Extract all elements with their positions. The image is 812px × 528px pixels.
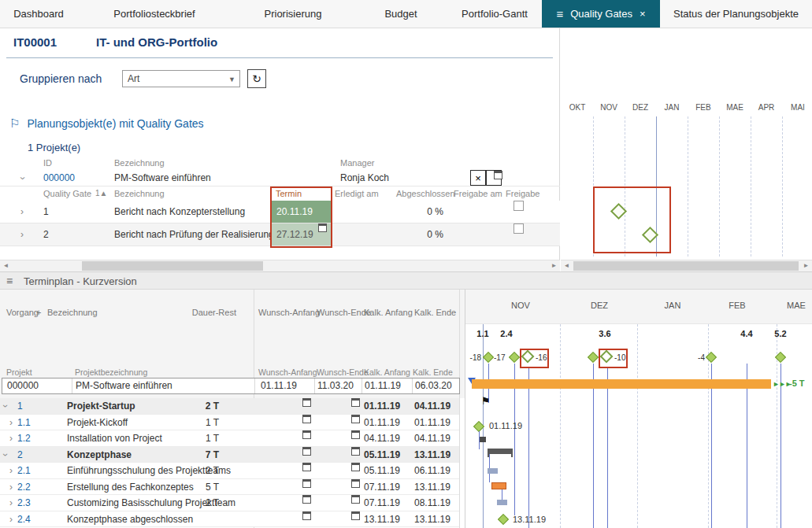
wunsch-ende-value[interactable]: 11.03.20 [317, 378, 354, 393]
tab-budget[interactable]: Budget [354, 0, 447, 28]
calendar-icon[interactable] [318, 223, 327, 232]
milestone-diamond[interactable] [509, 352, 520, 363]
calendar-icon[interactable] [302, 430, 311, 439]
scroll-left-icon[interactable]: ◄ [0, 260, 12, 271]
tab-portfoliosteckbrief[interactable]: Portfoliosteckbrief [77, 0, 232, 28]
project-summary-row[interactable]: 000000 PM-Software einführen 01.11.19 11… [2, 378, 460, 394]
scroll-left-icon[interactable]: ◄ [561, 260, 573, 271]
tab-portfolio-gantt[interactable]: Portfolio-Gantt [447, 0, 542, 28]
menu-icon[interactable]: ≡ [6, 275, 13, 287]
calendar-icon[interactable] [351, 430, 360, 439]
task-row[interactable]: › 2.1 Einführungsschulung des Projekttea… [0, 463, 459, 479]
col-quality-gate[interactable]: Quality Gate [43, 186, 91, 201]
calendar-icon[interactable] [302, 415, 311, 423]
calendar-icon[interactable] [351, 398, 360, 407]
task-bar[interactable] [480, 437, 486, 442]
tab-priorisierung[interactable]: Priorisierung [232, 0, 354, 28]
milestone-diamond[interactable] [588, 352, 599, 363]
col-termin[interactable]: Termin [276, 186, 302, 201]
col-bezeichnung[interactable]: Bezeichnung [47, 308, 98, 317]
scrollbar-thumb[interactable] [573, 261, 799, 271]
task-row[interactable]: › 2.3 Customizing Basisschulung Projektt… [0, 495, 459, 511]
task-row[interactable]: › 1 Projekt-Startup 2 T 01.11.19 04.11.1… [0, 398, 459, 415]
quality-gate-diamond[interactable] [521, 350, 535, 364]
phase-flag-icon[interactable]: ⚑ [481, 395, 491, 407]
chevron-expand-icon[interactable]: › [4, 398, 7, 414]
horizontal-scrollbar[interactable]: ◄ ► [0, 260, 560, 271]
milestone-diamond[interactable] [483, 352, 494, 363]
chevron-expand-icon[interactable]: › [20, 201, 24, 223]
task-row[interactable]: › 2.4 Konzeptphase abgeschlossen 13.11.1… [0, 511, 459, 528]
calendar-icon[interactable] [302, 398, 311, 407]
summary-bar[interactable] [488, 449, 513, 454]
calendar-icon[interactable] [351, 479, 360, 488]
calendar-icon[interactable] [302, 495, 311, 504]
calendar-icon[interactable] [351, 463, 360, 471]
refresh-button[interactable]: ↻ [247, 69, 266, 88]
gate-termin-cell[interactable]: 27.12.19 [272, 223, 331, 246]
task-id[interactable]: 1.1 [17, 415, 31, 430]
freigabe-checkbox[interactable] [514, 223, 524, 234]
col-vorgang[interactable]: Vorgang [6, 308, 39, 317]
calendar-icon[interactable] [302, 447, 311, 456]
chevron-expand-icon[interactable]: › [4, 447, 7, 463]
task-row[interactable]: › 2 Konzeptphase 7 T 05.11.19 13.11.19 [0, 447, 459, 463]
chevron-expand-icon[interactable]: › [9, 430, 13, 446]
gate-row[interactable]: › 1 Bericht nach Konzepterstellung 20.11… [0, 201, 560, 223]
gate-row[interactable]: › 2 Bericht nach Prüfung der Realisierun… [0, 223, 560, 246]
col-erledigt-am[interactable]: Erledigt am [335, 186, 379, 201]
task-id[interactable]: 2.1 [17, 463, 31, 478]
calendar-icon[interactable] [351, 415, 360, 423]
calendar-button[interactable] [486, 170, 502, 186]
freigabe-checkbox[interactable] [514, 201, 524, 211]
task-id[interactable]: 1 [17, 398, 23, 414]
col-freigabe[interactable]: Freigabe [506, 186, 539, 201]
terminplan-section-bar[interactable]: ≡ Terminplan - Kurzversion [0, 271, 812, 290]
tab-dashboard[interactable]: Dashboard [0, 0, 77, 28]
gate-termin-cell[interactable]: 20.11.19 [272, 201, 331, 223]
task-bar[interactable] [488, 468, 498, 474]
task-bar-selected[interactable] [491, 482, 506, 489]
calendar-icon[interactable] [302, 479, 311, 488]
task-row[interactable]: › 1.2 Installation von Project 1 T 04.11… [0, 430, 459, 447]
scrollbar-thumb[interactable] [82, 261, 263, 271]
quality-gate-diamond[interactable] [600, 350, 614, 364]
group-by-select[interactable]: Art ▼ [122, 70, 240, 87]
task-id[interactable]: 2.2 [17, 479, 31, 495]
wunsch-anfang-value[interactable]: 01.11.19 [261, 378, 297, 393]
chevron-expand-icon[interactable]: › [9, 495, 13, 511]
scroll-right-icon[interactable]: ► [548, 260, 560, 271]
task-bar[interactable] [497, 500, 507, 505]
close-icon[interactable]: × [640, 9, 646, 19]
col-wunsch-ende[interactable]: Wunsch-Ende [317, 308, 371, 317]
chevron-expand-icon[interactable]: › [9, 511, 13, 527]
delete-button[interactable]: × [470, 170, 486, 186]
menu-icon[interactable]: ≡ [556, 8, 563, 20]
chevron-expand-icon[interactable]: › [20, 223, 24, 246]
chevron-expand-icon[interactable]: › [9, 463, 13, 478]
col-wunsch-anfang[interactable]: Wunsch-Anfang [258, 308, 320, 317]
col-kalk-ende[interactable]: Kalk. Ende [414, 308, 456, 317]
col-gate-bezeichnung[interactable]: Bezeichnung [114, 186, 165, 201]
sort-indicator[interactable]: 1▲ [95, 186, 107, 201]
task-id[interactable]: 2.4 [17, 511, 31, 527]
task-row[interactable]: › 1.1 Projekt-Kickoff 1 T 01.11.19 01.11… [0, 415, 459, 431]
task-milestone-diamond[interactable] [498, 514, 509, 525]
task-id[interactable]: 1.2 [17, 430, 31, 446]
chevron-expand-icon[interactable]: › [20, 170, 24, 186]
horizontal-scrollbar[interactable]: ◄ ► [561, 260, 812, 271]
chevron-expand-icon[interactable]: › [9, 479, 13, 495]
col-abgeschlossen[interactable]: Abgeschlossen [396, 186, 455, 201]
task-id[interactable]: 2 [17, 447, 23, 463]
calendar-icon[interactable] [302, 511, 311, 520]
project-bar[interactable] [472, 379, 771, 389]
col-freigabe-am[interactable]: Freigabe am [454, 186, 502, 201]
task-id[interactable]: 2.3 [17, 495, 31, 511]
calendar-icon[interactable] [351, 447, 360, 456]
calendar-icon[interactable] [351, 511, 360, 520]
calendar-icon[interactable] [302, 463, 311, 471]
project-id[interactable]: 000000 [43, 170, 75, 186]
col-kalk-anfang[interactable]: Kalk. Anfang [364, 308, 413, 317]
tab-status-der-planungsobjekte[interactable]: Status der Planungsobjekte [660, 0, 812, 28]
task-row[interactable]: › 2.2 Erstellung des Fachkonzeptes 5 T 0… [0, 479, 459, 496]
